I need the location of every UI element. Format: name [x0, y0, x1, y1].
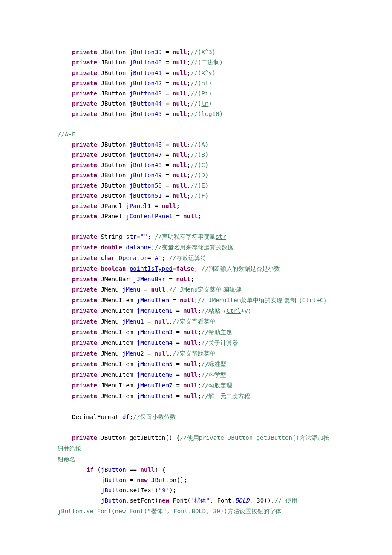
code-line: private JMenuItem jMenuItem3 = null;//帮助… [58, 327, 334, 338]
code-line: private JButton jButton49 = null;//(D) [58, 170, 334, 180]
code-line: private JButton jButton42 = null;//(n!) [58, 78, 334, 88]
code-line: private JPanel jContentPane1 = null; [58, 211, 334, 221]
code-block: private JButton jButton39 = null;//(X^3)… [58, 47, 334, 517]
code-line: private JMenuItem jMenuItem1 = null;//粘贴… [58, 306, 334, 316]
code-line: private String str=""; //声明私有字符串变量str [58, 231, 334, 242]
code-line: private JButton jButton46 = null;//(A) [58, 139, 334, 150]
code-line: private JMenu jMenu1 = null;//定义查看菜单 [58, 316, 334, 327]
code-line: private JButton jButton43 = null;//(Pi) [58, 88, 334, 98]
code-line [58, 119, 334, 129]
code-line: private JButton jButton45 = null;//(log1… [58, 109, 334, 119]
code-line: private JButton jButton48 = null;//(C) [58, 160, 334, 170]
code-line: if (jButton == null) { [58, 465, 334, 475]
code-line: private JButton jButton51 = null;//(F) [58, 191, 334, 201]
code-document: private JButton jButton39 = null;//(X^3)… [0, 0, 392, 555]
code-line: private JMenu jMenu2 = null;//定义帮助菜单 [58, 348, 334, 359]
code-line: private JButton getJButton() {//使用privat… [58, 433, 334, 454]
code-line [58, 221, 334, 231]
code-line: private JPanel jPanel1 = null; [58, 201, 334, 211]
code-line: jButton = new JButton(); [58, 475, 334, 485]
code-line: private JMenuItem jMenuItem4 = null;//关于… [58, 338, 334, 348]
code-line: private double dataone;//变量名用来存储运算的数据 [58, 242, 334, 253]
code-line: private JMenuItem jMenuItem8 = null;//解一… [58, 391, 334, 402]
code-line: private char Operator='A'; //存放运算符 [58, 253, 334, 263]
code-line: private JMenuItem jMenuItem = null;// JM… [58, 295, 334, 306]
code-line: private JMenuBar jJMenuBar = null; [58, 274, 334, 284]
code-line: private JButton jButton41 = null;//(X^y) [58, 68, 334, 78]
code-line: jButton.setFont(new Font("楷体", Font.BOLD… [58, 495, 334, 506]
code-line: private JButton jButton47 = null;//(B) [58, 150, 334, 160]
code-line: 钮命名 [58, 454, 334, 465]
code-line: DecimalFormat df;//保留小数位数 [58, 412, 334, 422]
code-line: private JMenuItem jMenuItem5 = null;//标准… [58, 359, 334, 370]
code-line [58, 402, 334, 412]
code-line: private JMenu jMenu = null;// JMenu定义菜单 … [58, 284, 334, 295]
code-line: private JButton jButton40 = null;//(二进制) [58, 57, 334, 68]
code-line: private boolean pointIsTyped=false; //判断… [58, 263, 334, 274]
code-line: private JMenuItem jMenuItem7 = null;//勾股… [58, 380, 334, 391]
code-line: private JButton jButton44 = null;//(ln) [58, 98, 334, 109]
code-line: jButton.setFont(new Font("楷体", Font.BOLD… [58, 506, 334, 517]
code-line: //A-F [58, 129, 334, 139]
code-line: private JButton jButton39 = null;//(X^3) [58, 47, 334, 57]
code-line: private JMenuItem jMenuItem6 = null;//科学… [58, 370, 334, 380]
code-line: jButton.setText("9"); [58, 485, 334, 495]
code-line [58, 422, 334, 433]
code-line: private JButton jButton50 = null;//(E) [58, 180, 334, 191]
